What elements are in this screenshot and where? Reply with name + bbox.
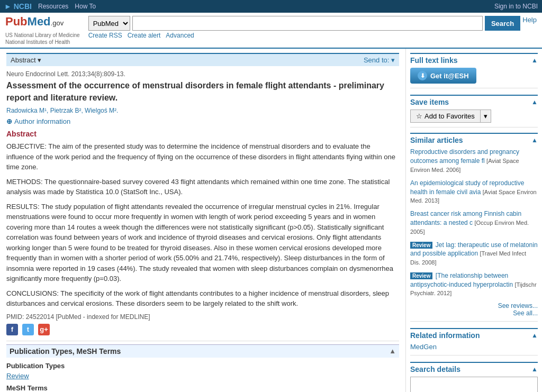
twitter-icon[interactable]: t — [22, 324, 34, 335]
abstract-methods: METHODS: The questionnaire-based survey … — [6, 177, 399, 197]
nlm-text: US National Library of Medicine National… — [5, 32, 80, 45]
social-icons: f t g+ — [6, 324, 399, 335]
main-container: Abstract ▾ Send to: ▾ Neuro Endocrinol L… — [0, 49, 542, 392]
add-favorites-button[interactable]: ☆ Add to Favorites — [410, 110, 481, 123]
see-links: See reviews... See all... — [410, 302, 538, 317]
full-text-collapse[interactable]: ▲ — [531, 57, 538, 64]
create-rss-link[interactable]: Create RSS — [88, 32, 122, 39]
advanced-search-link[interactable]: Advanced — [166, 32, 194, 39]
search-input[interactable] — [132, 16, 483, 31]
search-links: Create RSS Create alert Advanced — [88, 32, 521, 39]
similar-articles-title: Similar articles ▲ — [410, 133, 538, 144]
add-favorites-label: Add to Favorites — [424, 112, 475, 120]
article-journal: Neuro Endocrinol Lett. 2013;34(8):809-13… — [6, 70, 399, 78]
plus-icon: ⊕ — [6, 117, 12, 125]
database-select[interactable]: PubMed — [88, 16, 130, 31]
abstract-conclusions: CONCLUSIONS: The specificity of the work… — [6, 288, 399, 309]
list-item: Breast cancer risk among Finnish cabin a… — [410, 209, 538, 236]
header-logo-area: PubMed.gov US National Library of Medici… — [5, 16, 80, 45]
medgen-link[interactable]: MedGen — [410, 343, 437, 351]
search-details-title: Search details ▲ — [410, 362, 538, 373]
similar-articles-collapse[interactable]: ▲ — [531, 136, 538, 144]
pub-types-label: Publication Types — [6, 362, 399, 370]
search-details-label: Search details — [410, 365, 460, 373]
send-to-label: Send to: — [364, 56, 389, 64]
get-it-icon: ⬇ — [418, 71, 427, 80]
author-info-row[interactable]: ⊕ Author information — [6, 117, 399, 125]
pmid-line: PMID: 24522014 [PubMed - indexed for MED… — [6, 313, 399, 321]
article-title: Assessment of the occurrence of menstrua… — [6, 80, 399, 104]
nlm-line2: National Institutes of Health — [5, 39, 80, 45]
pubmed-logo: PubMed.gov — [5, 16, 80, 32]
save-items-label: Save items — [410, 98, 449, 106]
search-button[interactable]: Search — [485, 16, 520, 31]
list-item: An epidemiological study of reproductive… — [410, 179, 538, 205]
see-all-link[interactable]: See all... — [513, 309, 538, 317]
search-details-collapse[interactable]: ▲ — [531, 366, 538, 373]
author-info-label: Author information — [14, 117, 70, 125]
ncbi-logo: ► NCBI — [4, 2, 32, 11]
review-badge-4: Review — [410, 242, 432, 249]
sidebar: Full text links ▲ ⬇ Get it@ESH Save item… — [405, 49, 542, 392]
related-info-section: Related information ▲ MedGen — [410, 328, 538, 355]
full-text-label: Full text links — [410, 56, 457, 65]
search-details-section: Search details ▲ Search See more... — [410, 362, 538, 392]
save-items-section: Save items ▲ ☆ Add to Favorites ▾ — [410, 95, 538, 127]
abstract-dropdown-icon: ▾ — [38, 56, 41, 64]
related-info-label: Related information — [410, 331, 480, 340]
abstract-heading: Abstract — [6, 130, 399, 138]
full-text-section: Full text links ▲ ⬇ Get it@ESH — [410, 53, 538, 88]
review-badge-5: Review — [410, 272, 432, 279]
divider — [6, 341, 399, 341]
top-bar-left: ► NCBI Resources How To — [4, 2, 96, 11]
pub-type-review[interactable]: Review — [6, 372, 29, 380]
create-alert-link[interactable]: Create alert — [128, 32, 161, 39]
save-items-title: Save items ▲ — [410, 95, 538, 106]
pub-section-collapse[interactable]: ▲ — [389, 347, 396, 355]
top-bar: ► NCBI Resources How To Sign in to NCBI — [0, 0, 542, 13]
header-right: Help — [522, 16, 537, 24]
content-area: Abstract ▾ Send to: ▾ Neuro Endocrinol L… — [0, 49, 405, 392]
abstract-results: RESULTS: The study population of flight … — [6, 202, 399, 284]
abstract-objective: OBJECTIVE: The aim of the presented stud… — [6, 141, 399, 172]
nlm-line1: US National Library of Medicine — [5, 32, 80, 39]
publication-section-header: Publication Types, MeSH Terms ▲ — [6, 344, 399, 358]
author-pietrzak[interactable]: Pietrzak B² — [50, 107, 82, 114]
list-item: Review Jet lag: therapeutic use of melat… — [410, 241, 538, 267]
related-info-title: Related information ▲ — [410, 328, 538, 340]
author-wielgos[interactable]: Wielgoś M² — [85, 107, 116, 114]
googleplus-icon[interactable]: g+ — [38, 324, 50, 335]
get-it-button[interactable]: ⬇ Get it@ESH — [410, 68, 476, 84]
signin-link[interactable]: Sign in to NCBI — [494, 3, 538, 10]
abstract-bar: Abstract ▾ Send to: ▾ — [6, 53, 399, 66]
send-to-arrow: ▾ — [391, 56, 395, 64]
similar-articles-section: Similar articles ▲ Reproductive disorder… — [410, 133, 538, 322]
related-info-collapse[interactable]: ▲ — [531, 332, 538, 339]
article-authors: Radowicka M¹, Pietrzak B², Wielgoś M². — [6, 107, 399, 114]
facebook-icon[interactable]: f — [6, 324, 18, 335]
similar-articles-label: Similar articles — [410, 136, 463, 144]
pub-section-title: Publication Types, MeSH Terms — [10, 347, 121, 355]
related-medgen: MedGen — [410, 343, 538, 351]
howto-menu[interactable]: How To — [75, 3, 96, 10]
star-icon: ☆ — [416, 112, 422, 120]
resources-menu[interactable]: Resources — [38, 3, 68, 10]
list-item: Reproductive disorders and pregnancy out… — [410, 148, 538, 174]
save-items-collapse[interactable]: ▲ — [531, 98, 538, 106]
header: PubMed.gov US National Library of Medici… — [0, 13, 542, 49]
help-link[interactable]: Help — [522, 16, 537, 24]
full-text-title: Full text links ▲ — [410, 53, 538, 65]
search-row: PubMed Search — [88, 16, 521, 31]
get-it-label: Get it@ESH — [430, 72, 469, 80]
list-item: Review [The relationship between antipsy… — [410, 271, 538, 298]
abstract-tab[interactable]: Abstract ▾ — [11, 56, 41, 64]
mesh-label: MeSH Terms — [6, 384, 399, 392]
ncbi-label: NCBI — [14, 2, 32, 11]
search-details-textarea[interactable] — [410, 377, 538, 392]
see-reviews-link[interactable]: See reviews... — [498, 302, 538, 309]
add-favorites-dropdown[interactable]: ▾ — [481, 110, 491, 123]
author-radowicka[interactable]: Radowicka M¹ — [6, 107, 47, 114]
send-to[interactable]: Send to: ▾ — [364, 56, 395, 64]
abstract-label: Abstract — [11, 56, 36, 64]
favorites-row: ☆ Add to Favorites ▾ — [410, 110, 538, 123]
